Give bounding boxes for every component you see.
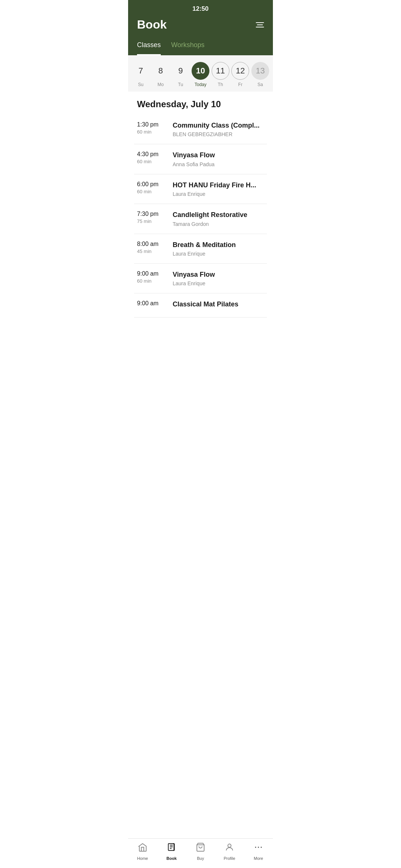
table-row[interactable]: 9:00 am Classical Mat Pilates — [134, 293, 267, 317]
class-info: Breath & Meditation Laura Enrique — [173, 241, 264, 257]
app-header: 12:50 Book Classes Workshops — [128, 0, 273, 55]
calendar-strip: 7 Su 8 Mo 9 Tu 10 Today 11 Th 12 Fr 13 S… — [128, 55, 273, 92]
calendar-day-9[interactable]: 9 Tu — [172, 62, 189, 87]
class-time: 7:30 pm 75 min — [137, 211, 167, 224]
calendar-day-10[interactable]: 10 Today — [192, 62, 209, 87]
table-row[interactable]: 8:00 am 45 min Breath & Meditation Laura… — [134, 234, 267, 264]
class-time: 4:30 pm 60 min — [137, 151, 167, 164]
class-time: 9:00 am — [137, 300, 167, 308]
class-info: Candlelight Restorative Tamara Gordon — [173, 211, 264, 227]
calendar-day-7[interactable]: 7 Su — [132, 62, 150, 87]
filter-button[interactable] — [256, 22, 264, 27]
class-info: Community Class (Compl... BLEN GEBREGZIA… — [173, 121, 264, 137]
page-title: Book — [137, 18, 167, 32]
table-row[interactable]: 7:30 pm 75 min Candlelight Restorative T… — [134, 204, 267, 234]
class-info: Vinyasa Flow Anna Sofia Padua — [173, 151, 264, 167]
calendar-day-8[interactable]: 8 Mo — [152, 62, 170, 87]
date-heading: Wednesday, July 10 — [134, 92, 267, 115]
status-bar: 12:50 — [137, 0, 264, 15]
tab-classes[interactable]: Classes — [137, 37, 161, 55]
tab-bar: Classes Workshops — [137, 37, 264, 55]
header-row: Book — [137, 15, 264, 37]
table-row[interactable]: 1:30 pm 60 min Community Class (Compl...… — [134, 115, 267, 144]
class-info: HOT HANU Friday Fire H... Laura Enrique — [173, 181, 264, 197]
class-time: 1:30 pm 60 min — [137, 121, 167, 135]
calendar-day-13[interactable]: 13 Sa — [251, 62, 269, 87]
calendar-day-12[interactable]: 12 Fr — [231, 62, 249, 87]
class-time: 9:00 am 60 min — [137, 270, 167, 284]
class-list: 1:30 pm 60 min Community Class (Compl...… — [134, 115, 267, 318]
class-info: Vinyasa Flow Laura Enrique — [173, 270, 264, 286]
tab-workshops[interactable]: Workshops — [171, 37, 205, 55]
calendar-day-11[interactable]: 11 Th — [212, 62, 229, 87]
table-row[interactable]: 6:00 pm 60 min HOT HANU Friday Fire H...… — [134, 174, 267, 204]
class-time: 8:00 am 45 min — [137, 241, 167, 254]
class-time: 6:00 pm 60 min — [137, 181, 167, 194]
class-info: Classical Mat Pilates — [173, 300, 264, 310]
content-area: Wednesday, July 10 1:30 pm 60 min Commun… — [128, 92, 273, 347]
table-row[interactable]: 9:00 am 60 min Vinyasa Flow Laura Enriqu… — [134, 264, 267, 293]
table-row[interactable]: 4:30 pm 60 min Vinyasa Flow Anna Sofia P… — [134, 144, 267, 174]
status-time: 12:50 — [192, 5, 208, 13]
